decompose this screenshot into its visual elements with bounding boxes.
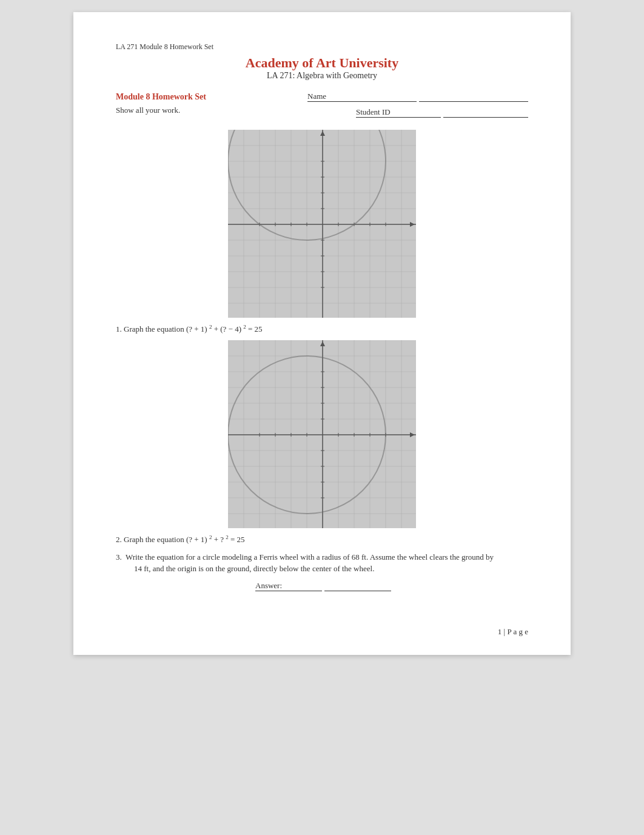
q3-number: 3. — [116, 552, 126, 562]
question-3-text: 3. Write the equation for a circle model… — [116, 551, 528, 563]
graph-2-area — [116, 340, 528, 528]
answer-label: Answer: — [255, 581, 322, 591]
svg-rect-0 — [228, 130, 416, 318]
top-left-header: LA 271 Module 8 Homework Set — [116, 42, 528, 52]
student-id-underline — [443, 107, 528, 118]
course-name: LA 271: Algebra with Geometry — [116, 71, 528, 81]
q1-text: Graph the equation (? + 1) — [124, 324, 209, 334]
q1-text3: = 25 — [246, 324, 263, 334]
q2-text2: + ? — [212, 535, 226, 545]
hw-title-row: Module 8 Homework Set Name — [116, 92, 528, 102]
q3-line1: Write the equation for a circle modeling… — [126, 552, 494, 562]
answer-area: Answer: — [116, 581, 528, 591]
question-2: 2. Graph the equation (? + 1) 2 + ? 2 = … — [116, 534, 528, 545]
answer-underline — [324, 581, 391, 591]
secondary-row: Show all your work. Student ID — [116, 106, 528, 118]
q2-text: Graph the equation (? + 1) — [124, 535, 209, 545]
question-1: 1. Graph the equation (? + 1) 2 + (? − 4… — [116, 324, 528, 334]
hw-title: Module 8 Homework Set — [116, 92, 206, 102]
show-work-text: Show all your work. — [116, 106, 180, 115]
question-3-block: 3. Write the equation for a circle model… — [116, 551, 528, 575]
graph-2-image — [228, 340, 416, 528]
university-name: Academy of Art University — [116, 55, 528, 71]
name-field: Name — [305, 92, 528, 102]
graph-1-area — [116, 130, 528, 318]
university-header: Academy of Art University LA 271: Algebr… — [116, 55, 528, 81]
page-footer: 1 | P a g e — [498, 627, 528, 637]
q2-number: 2. — [116, 535, 122, 545]
graph-1-image — [228, 130, 416, 318]
document-page: LA 271 Module 8 Homework Set Academy of … — [73, 12, 571, 655]
q2-text3: = 25 — [229, 535, 245, 545]
q1-text2: + (? − 4) — [212, 324, 243, 334]
svg-rect-44 — [228, 340, 416, 528]
student-id-field: Student ID — [354, 107, 528, 118]
question-3-text2: 14 ft, and the origin is on the ground, … — [134, 563, 528, 575]
name-underline — [419, 92, 528, 102]
q1-number: 1. — [116, 324, 122, 334]
